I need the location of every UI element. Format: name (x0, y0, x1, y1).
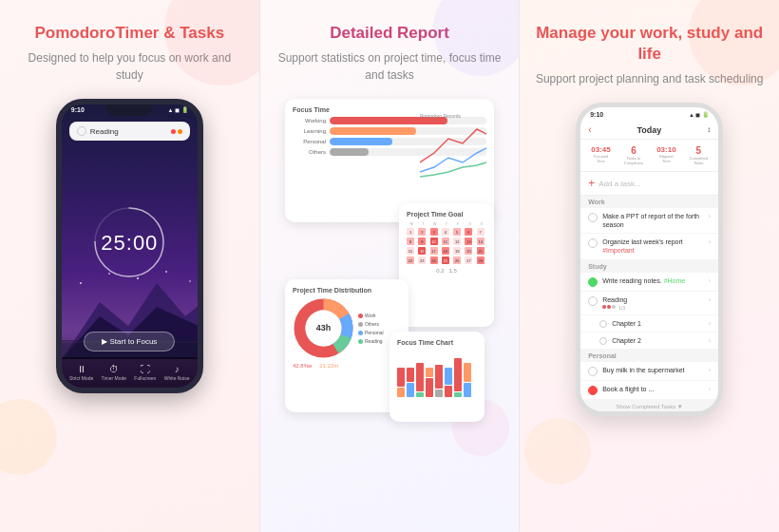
task-text-flight: Book a flight to ... (602, 385, 703, 393)
task-arrow-7: › (709, 366, 712, 374)
phone-mockup-tasks: 9:10 ▲ ◼ 🔋 ‹ Today ↕ 03:45 Focused Time … (576, 103, 723, 416)
task-text-ppt: Make a PPT of report of the forth season (602, 212, 703, 229)
task-arrow-6: › (709, 336, 712, 345)
nav-white-noise[interactable]: ♪ White Noise (164, 364, 190, 381)
task-milk: Buy milk in the supermarket › (580, 362, 718, 381)
deco-circle-2 (0, 399, 57, 475)
panel-2-title: Detailed Report (330, 23, 449, 44)
task-check-milk[interactable] (588, 367, 598, 376)
section-study: Study (580, 260, 718, 273)
calendar-grid: M T W T F S S 1 2 3 4 5 6 7 8 9 10 11 (407, 221, 486, 264)
light-status-icons: ▲ ◼ 🔋 (689, 111, 709, 118)
task-text-ch2: Chapter 2 (612, 336, 703, 345)
task-check-ch1[interactable] (599, 320, 607, 328)
donut-area: 43h Work Others Personal Reading (293, 297, 401, 359)
focus-bar-title: Focus Time Chart (397, 339, 477, 346)
task-check-reading[interactable] (588, 296, 598, 306)
back-chevron[interactable]: ‹ (588, 124, 591, 135)
task-text-report: Organize last week's report #Important (602, 238, 703, 255)
task-bar: Reading (69, 122, 190, 141)
task-check-ch2[interactable] (599, 337, 607, 345)
start-focus-button[interactable]: ▶ Start to Focus (84, 332, 175, 352)
svg-text:43h: 43h (316, 323, 332, 332)
add-task-placeholder: Add a task... (598, 180, 640, 188)
panel-tasks: Manage your work, study and life Support… (520, 0, 779, 532)
status-icons: ▲ ◼ 🔋 (168, 106, 188, 113)
add-task-row[interactable]: + Add a task... (580, 172, 718, 196)
donut-values: 42.8%e 21.22m (293, 363, 401, 369)
charts-container: Focus Time Working Learning Personal Oth… (285, 99, 494, 422)
task-chapter2: Chapter 2 › (580, 332, 718, 350)
task-chapter1: Chapter 1 › (580, 315, 718, 332)
panel-report: Detailed Report Support statistics on pr… (260, 0, 521, 532)
task-check-done[interactable] (588, 277, 598, 287)
timer-display: 25:00 (101, 231, 158, 256)
task-arrow-8: › (709, 385, 712, 393)
task-dots-reading: 1/3 (602, 305, 703, 311)
dot-orange (178, 129, 182, 134)
stat-elapsed: 03:10 Elapsed Time (656, 145, 675, 165)
svg-point-8 (189, 280, 191, 282)
task-check-1[interactable] (588, 213, 598, 222)
task-flight: Book a flight to ... › (580, 381, 718, 400)
calendar-card: Project Time Goal M T W T F S S 1 2 3 4 … (399, 203, 494, 327)
dot-red (171, 129, 176, 134)
task-reading: Reading 1/3 › (580, 292, 718, 315)
task-text-milk: Buy milk in the supermarket (602, 366, 703, 374)
svg-text:Pomodoro Records: Pomodoro Records (420, 113, 462, 119)
deco-circle-6 (524, 418, 591, 484)
today-header: ‹ Today ↕ (580, 121, 718, 140)
bottom-nav: ⏸ Strict Mode ⏱ Timer Mode ⛶ Fullscreen … (62, 357, 198, 388)
task-circle (77, 126, 86, 136)
task-arrow-5: › (709, 319, 712, 328)
status-time: 9:10 (71, 106, 85, 113)
task-arrow-1: › (709, 212, 712, 220)
stat-tasks-completion: 6 Tasks to Completion (624, 145, 643, 165)
task-text-notes: Write reading notes. #Home (602, 276, 703, 285)
task-text: Reading (90, 127, 119, 136)
task-arrow-3: › (709, 276, 712, 285)
task-dots (171, 129, 182, 134)
task-text-ch1: Chapter 1 (612, 319, 703, 328)
nav-strict-mode[interactable]: ⏸ Strict Mode (69, 364, 93, 381)
task-arrow-4: › (709, 295, 712, 304)
panel-pomodoro: PomodoroTimer & Tasks Designed to help y… (0, 0, 260, 532)
task-ppt: Make a PPT of report of the forth season… (580, 208, 718, 234)
donut-svg: 43h (293, 297, 354, 359)
focus-bars (397, 350, 477, 397)
nav-fullscreen[interactable]: ⛶ Fullscreen (134, 364, 156, 381)
sort-icon[interactable]: ↕ (707, 125, 711, 134)
task-arrow-2: › (709, 238, 712, 246)
section-work: Work (580, 196, 718, 208)
stat-focused: 03:45 Focused Time (591, 145, 610, 165)
task-report: Organize last week's report #Important › (580, 234, 718, 259)
nav-timer-mode[interactable]: ⏱ Timer Mode (102, 364, 127, 381)
task-check-2[interactable] (588, 238, 598, 248)
task-check-flight[interactable] (588, 386, 598, 395)
donut-title: Project Time Distribution (293, 287, 401, 294)
light-status-bar: 9:10 ▲ ◼ 🔋 (580, 107, 718, 121)
light-time: 9:10 (590, 111, 603, 118)
task-text-reading: Reading (602, 295, 703, 304)
donut-legend: Work Others Personal Reading (358, 313, 384, 344)
section-personal: Personal (580, 350, 718, 362)
stat-completed-tasks: 5 Completed Tasks (690, 145, 708, 165)
mini-line-chart: Pomodoro Records (420, 110, 486, 186)
focus-bar-card: Focus Time Chart (390, 332, 484, 422)
status-bar: 9:10 ▲ ◼ 🔋 (71, 106, 188, 113)
task-notes: Write reading notes. #Home › (580, 273, 718, 292)
today-label: Today (636, 125, 661, 135)
calendar-title: Project Time Goal (407, 211, 486, 218)
plus-icon: + (588, 177, 595, 190)
stats-row: 03:45 Focused Time 6 Tasks to Completion… (580, 140, 718, 172)
svg-point-4 (80, 282, 82, 284)
show-completed[interactable]: Show Completed Tasks ▼ (580, 400, 718, 413)
phone-mockup-1: 9:10 ▲ ◼ 🔋 Reading (56, 99, 203, 393)
